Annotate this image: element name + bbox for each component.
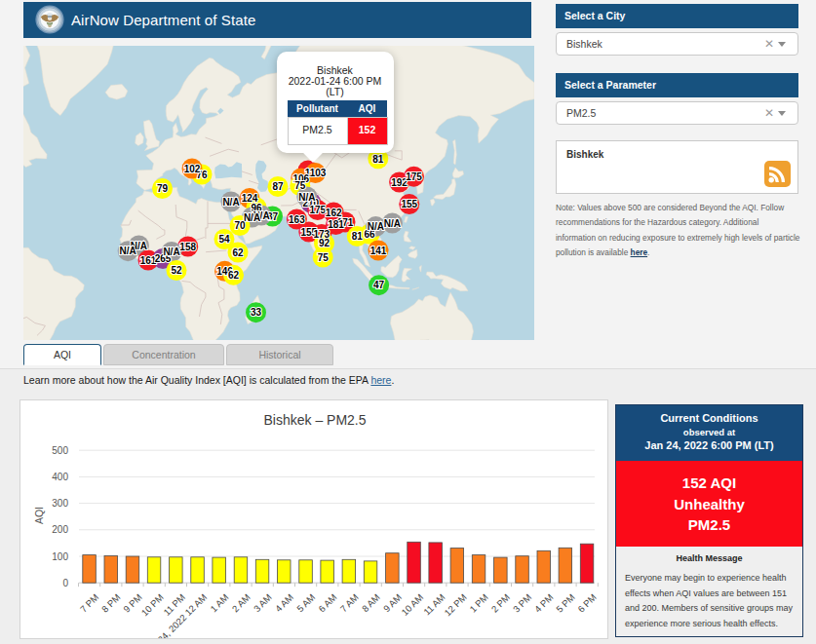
svg-text:155: 155 (401, 199, 417, 209)
svg-text:N/A: N/A (384, 218, 401, 229)
svg-text:52: 52 (171, 265, 182, 276)
svg-text:AQI: AQI (33, 507, 45, 524)
svg-text:3 AM: 3 AM (252, 591, 274, 614)
svg-text:102: 102 (184, 164, 201, 174)
svg-text:62: 62 (232, 247, 244, 258)
svg-text:10 AM: 10 AM (399, 591, 425, 618)
svg-text:400: 400 (52, 472, 68, 482)
svg-text:N/A: N/A (298, 192, 315, 203)
svg-text:1 AM: 1 AM (208, 591, 230, 614)
svg-text:181: 181 (328, 219, 344, 230)
svg-text:6 PM: 6 PM (575, 591, 599, 615)
svg-text:47: 47 (373, 280, 385, 290)
svg-text:81: 81 (372, 154, 384, 165)
svg-text:7 PM: 7 PM (78, 591, 101, 615)
svg-text:N/A: N/A (222, 197, 239, 208)
svg-text:141: 141 (370, 246, 387, 256)
svg-text:4 AM: 4 AM (273, 591, 295, 614)
svg-text:62: 62 (228, 270, 240, 281)
svg-text:100: 100 (52, 551, 68, 562)
svg-text:33: 33 (251, 307, 262, 318)
svg-text:54: 54 (218, 234, 230, 245)
svg-text:7 AM: 7 AM (338, 591, 361, 614)
svg-text:75: 75 (318, 252, 330, 263)
svg-text:12 PM: 12 PM (442, 591, 468, 618)
svg-text:500: 500 (52, 445, 68, 456)
svg-text:87: 87 (272, 181, 284, 192)
svg-text:N/A: N/A (368, 221, 384, 232)
svg-text:N/A: N/A (120, 246, 136, 256)
svg-text:158: 158 (179, 242, 196, 252)
svg-text:175: 175 (406, 171, 422, 182)
svg-text:2 PM: 2 PM (489, 591, 513, 615)
svg-text:79: 79 (157, 183, 169, 194)
svg-text:5 AM: 5 AM (294, 591, 317, 614)
svg-text:200: 200 (52, 524, 68, 535)
svg-text:5 PM: 5 PM (554, 591, 577, 615)
svg-text:75: 75 (294, 180, 306, 191)
svg-text:8 AM: 8 AM (360, 591, 382, 614)
svg-text:92: 92 (319, 238, 330, 248)
svg-text:6 AM: 6 AM (316, 591, 338, 614)
svg-text:175: 175 (309, 205, 326, 215)
svg-text:81: 81 (352, 231, 364, 242)
svg-text:11 AM: 11 AM (421, 591, 447, 617)
svg-text:N/A: N/A (244, 212, 260, 223)
svg-text:8 PM: 8 PM (99, 591, 123, 615)
svg-text:4 PM: 4 PM (532, 591, 556, 615)
svg-text:3 PM: 3 PM (511, 591, 534, 615)
svg-text:N/A: N/A (163, 246, 179, 257)
svg-text:0: 0 (62, 578, 68, 588)
svg-text:1 PM: 1 PM (467, 591, 490, 615)
svg-text:300: 300 (52, 498, 68, 509)
svg-text:2 AM: 2 AM (230, 591, 253, 614)
svg-text:70: 70 (234, 220, 246, 231)
svg-text:163: 163 (289, 214, 305, 225)
svg-text:10 PM: 10 PM (139, 591, 166, 618)
